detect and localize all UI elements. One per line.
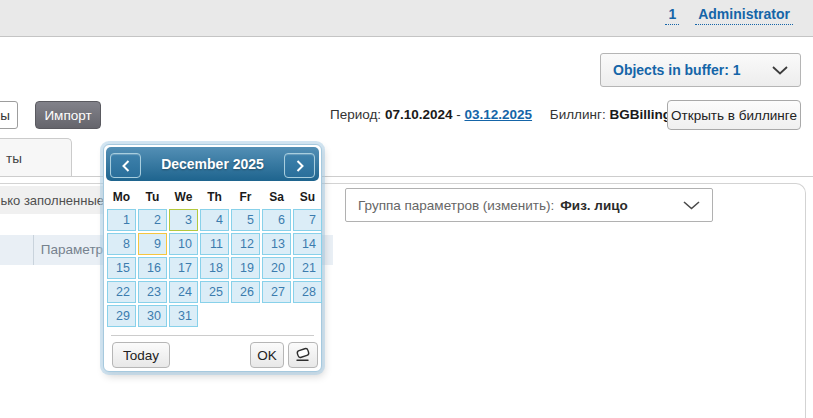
objects-in-buffer-dropdown[interactable]: Objects in buffer: 1 <box>600 53 801 87</box>
objects-in-buffer-label: Objects in buffer: 1 <box>613 62 741 78</box>
calendar-day[interactable]: 23 <box>138 281 167 303</box>
calendar-day[interactable]: 12 <box>231 233 260 255</box>
calendar-day[interactable]: 11 <box>200 233 229 255</box>
calendar-day[interactable]: 7 <box>293 209 322 231</box>
weekday-label: Th <box>200 187 229 207</box>
calendar-day[interactable]: 9 <box>138 233 167 255</box>
calendar-day[interactable]: 16 <box>138 257 167 279</box>
calendar-popup: December 2025 MoTuWeThFrSaSu 12345678910… <box>103 144 322 372</box>
calendar-day[interactable]: 17 <box>169 257 198 279</box>
weekday-label: Fr <box>231 187 260 207</box>
import-button-label: Импорт <box>44 108 91 123</box>
administrator-link[interactable]: Administrator <box>695 6 793 25</box>
calendar-month-title: December 2025 <box>146 147 279 181</box>
calendar-weekdays: MoTuWeThFrSaSu <box>107 187 322 207</box>
calendar-ok-label: OK <box>257 348 277 363</box>
calendar-day[interactable]: 15 <box>107 257 136 279</box>
period-start-date: 07.10.2024 <box>385 107 453 122</box>
calendar-prev-month-button[interactable] <box>110 153 141 178</box>
filled-only-label: ько заполненные <box>0 193 104 208</box>
calendar-day[interactable]: 29 <box>107 305 136 327</box>
period-line: Период: 07.10.2024 - 03.12.2025 Биллинг:… <box>330 107 671 122</box>
cutoff-left-button[interactable]: ы <box>0 101 18 129</box>
weekday-label: Sa <box>262 187 291 207</box>
calendar-day[interactable]: 27 <box>262 281 291 303</box>
user-links: 1 Administrator <box>665 6 793 25</box>
calendar-today-label: Today <box>123 348 159 363</box>
calendar-header: December 2025 <box>106 147 319 181</box>
tab-partial-label: ты <box>6 151 22 166</box>
calendar-day[interactable]: 1 <box>107 209 136 231</box>
calendar-day[interactable]: 24 <box>169 281 198 303</box>
calendar-day[interactable]: 28 <box>293 281 322 303</box>
calendar-day[interactable]: 13 <box>262 233 291 255</box>
chevron-left-icon <box>121 159 131 173</box>
import-button[interactable]: Импорт <box>35 101 101 129</box>
calendar-day[interactable]: 22 <box>107 281 136 303</box>
chevron-down-icon <box>683 201 700 210</box>
calendar-day[interactable]: 14 <box>293 233 322 255</box>
calendar-day[interactable]: 3 <box>169 209 198 231</box>
calendar-day[interactable]: 26 <box>231 281 260 303</box>
weekday-label: We <box>169 187 198 207</box>
period-label: Период: <box>330 107 381 122</box>
calendar-next-month-button[interactable] <box>284 153 315 178</box>
calendar-day[interactable]: 30 <box>138 305 167 327</box>
calendar-day[interactable]: 10 <box>169 233 198 255</box>
period-dash: - <box>456 107 461 122</box>
user-id-link[interactable]: 1 <box>665 6 679 25</box>
calendar-day[interactable]: 4 <box>200 209 229 231</box>
calendar-day[interactable]: 31 <box>169 305 198 327</box>
top-bar: 1 Administrator <box>0 0 813 37</box>
parameter-group-label: Группа параметров (изменить): <box>358 198 554 213</box>
calendar-day[interactable]: 25 <box>200 281 229 303</box>
calendar-day[interactable]: 6 <box>262 209 291 231</box>
chevron-right-icon <box>295 159 305 173</box>
calendar-day[interactable]: 2 <box>138 209 167 231</box>
chevron-down-icon <box>772 66 788 75</box>
calendar-day[interactable]: 8 <box>107 233 136 255</box>
table-header-parameter: Параметр <box>33 235 111 265</box>
app-screen: 1 Administrator Objects in buffer: 1 ы И… <box>0 0 813 418</box>
weekday-label: Tu <box>138 187 167 207</box>
billing-name: BGBilling <box>609 107 671 122</box>
calendar-day[interactable]: 18 <box>200 257 229 279</box>
calendar-day[interactable]: 19 <box>231 257 260 279</box>
calendar-day[interactable]: 20 <box>262 257 291 279</box>
billing-label: Биллинг: <box>550 107 606 122</box>
weekday-label: Su <box>293 187 322 207</box>
calendar-today-button[interactable]: Today <box>112 342 170 368</box>
calendar-grid: 1234567891011121314151617181920212223242… <box>107 209 322 327</box>
filled-only-toggle[interactable]: ько заполненные <box>0 186 108 214</box>
calendar-day[interactable]: 21 <box>293 257 322 279</box>
parameter-group-select[interactable]: Группа параметров (изменить): Физ. лицо <box>345 188 713 222</box>
eraser-icon <box>293 347 313 363</box>
parameter-group-value: Физ. лицо <box>560 198 627 213</box>
open-in-billing-label: Открыть в биллинге <box>671 108 797 123</box>
tab-partial[interactable]: ты <box>0 138 72 177</box>
calendar-ok-button[interactable]: OK <box>250 342 284 368</box>
calendar-footer-divider <box>111 335 314 336</box>
period-end-date-link[interactable]: 03.12.2025 <box>464 107 532 122</box>
cutoff-left-button-label: ы <box>0 108 10 123</box>
open-in-billing-button[interactable]: Открыть в биллинге <box>667 100 801 130</box>
weekday-label: Mo <box>107 187 136 207</box>
calendar-day[interactable]: 5 <box>231 209 260 231</box>
calendar-clear-button[interactable] <box>288 342 318 368</box>
